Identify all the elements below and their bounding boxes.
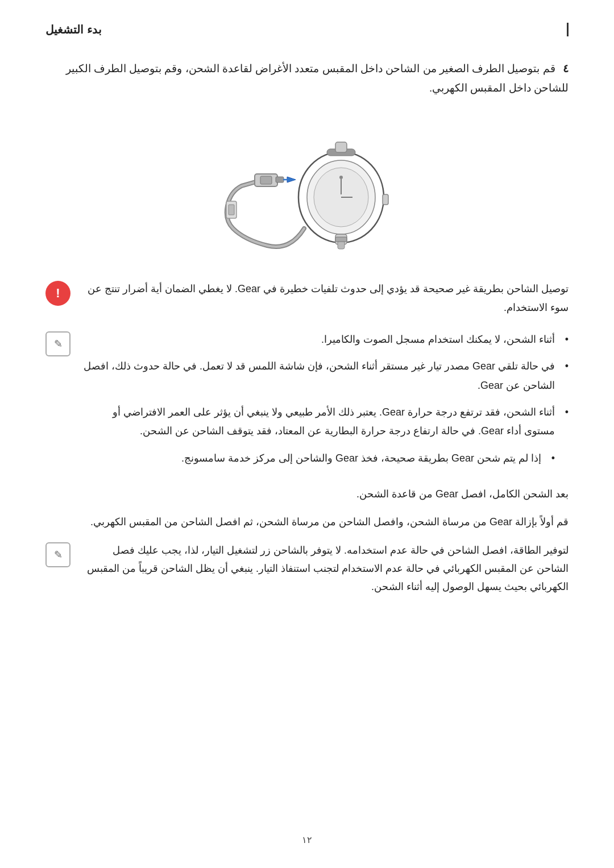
note-icon-symbol-2: ✎ (54, 549, 63, 561)
warning-icon-symbol: ! (56, 286, 60, 301)
bullet-item-3: أثناء الشحن، فقد ترتفع درجة حرارة Gear. … (80, 403, 569, 441)
page-container: بدء التشغيل ٤ قم بتوصيل الطرف الصغير من … (0, 0, 614, 868)
svg-rect-10 (260, 176, 272, 184)
charger-gear-image (216, 115, 398, 263)
svg-rect-3 (335, 142, 347, 152)
svg-rect-4 (383, 194, 388, 205)
svg-rect-15 (229, 205, 234, 215)
charger-illustration-container (45, 115, 569, 263)
note-block-2: ✎ لتوفير الطاقة، افصل الشاحن في حالة عدم… (45, 541, 569, 596)
step-4-text: ٤ قم بتوصيل الطرف الصغير من الشاحن داخل … (45, 59, 569, 98)
svg-point-16 (339, 176, 343, 179)
note-text-2: لتوفير الطاقة، افصل الشاحن في حالة عدم ا… (80, 541, 569, 596)
page-number: ١٢ (302, 835, 312, 845)
page-title: بدء التشغيل (45, 23, 102, 36)
notes-block: ✎ أثناء الشحن، لا يمكنك استخدام مسجل الص… (45, 330, 569, 476)
paragraph-1: بعد الشحن الكامل، افصل Gear من قاعدة الش… (45, 485, 569, 504)
page-footer: ١٢ (0, 834, 614, 845)
note-icon-2: ✎ (45, 542, 70, 567)
warning-icon: ! (45, 281, 70, 306)
notes-content: أثناء الشحن، لا يمكنك استخدام مسجل الصوت… (80, 330, 569, 476)
warning-text: توصيل الشاحن بطريقة غير صحيحة قد يؤدي إل… (80, 280, 569, 317)
note-icon-symbol: ✎ (54, 338, 63, 350)
step-4-content: قم بتوصيل الطرف الصغير من الشاحن داخل ال… (66, 63, 569, 94)
bullet-item-1: أثناء الشحن، لا يمكنك استخدام مسجل الصوت… (80, 330, 569, 349)
step-4-section: ٤ قم بتوصيل الطرف الصغير من الشاحن داخل … (45, 59, 569, 98)
bullet-item-4: إذا لم يتم شحن Gear بطريقة صحيحة، فخذ Ge… (80, 449, 569, 468)
svg-rect-11 (276, 177, 284, 182)
svg-rect-8 (335, 237, 347, 242)
page-header: بدء التشغيل (45, 23, 569, 36)
bullet-item-2: في حالة تلقي Gear مصدر تيار غير مستقر أث… (80, 357, 569, 395)
step-number: ٤ (563, 63, 569, 74)
note-icon: ✎ (45, 331, 70, 356)
svg-rect-7 (338, 241, 345, 249)
warning-block: ! توصيل الشاحن بطريقة غير صحيحة قد يؤدي … (45, 280, 569, 317)
paragraph-2: قم أولاً بإزالة Gear من مرساة الشحن، واف… (45, 513, 569, 531)
